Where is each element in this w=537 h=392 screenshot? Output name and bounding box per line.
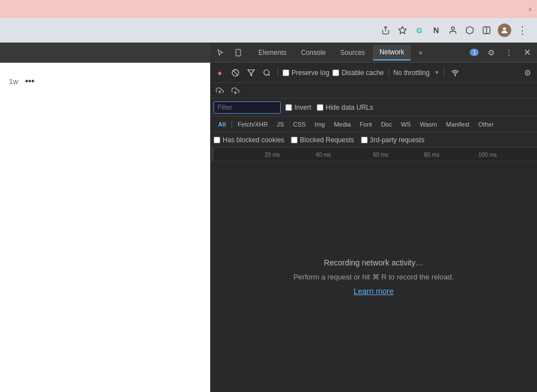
- search-button[interactable]: [261, 67, 273, 79]
- content-more-button[interactable]: •••: [25, 76, 35, 86]
- download-icon[interactable]: [229, 85, 242, 97]
- tab-sources[interactable]: Sources: [334, 45, 372, 60]
- learn-more-link[interactable]: Learn more: [354, 287, 394, 296]
- avatar[interactable]: [498, 24, 511, 37]
- blocked-cookies-checkbox[interactable]: Has blocked cookies: [214, 136, 284, 144]
- disable-cache-checkbox[interactable]: Disable cache: [332, 69, 383, 77]
- devtools-settings-icon[interactable]: ⚙: [483, 45, 499, 60]
- bookmark-icon[interactable]: [397, 25, 408, 36]
- type-filter-font[interactable]: Font: [355, 119, 377, 129]
- timeline-mark-100ms: 100 ms: [478, 151, 497, 157]
- timeline-header: 20 ms 40 ms 60 ms 80 ms 100 ms: [210, 148, 537, 161]
- filter-bar: Invert Hide data URLs: [210, 99, 537, 116]
- invert-checkbox[interactable]: Invert: [285, 104, 311, 111]
- extensions-icon[interactable]: [464, 25, 475, 36]
- preserve-log-checkbox[interactable]: Preserve log: [283, 69, 329, 77]
- devtools-right-controls: 1 ⚙ ⋮ ✕: [470, 45, 535, 60]
- network-recording-title: Recording network activity…: [324, 258, 423, 267]
- network-settings-icon[interactable]: ⚙: [521, 67, 534, 79]
- network-toolbar: ●: [210, 63, 537, 83]
- throttle-dropdown-icon[interactable]: ▼: [434, 69, 439, 76]
- browser-toolbar: G N: [0, 18, 537, 43]
- tab-more[interactable]: »: [412, 45, 429, 60]
- timeline-marks: 20 ms 40 ms 60 ms 80 ms 100 ms: [214, 148, 533, 161]
- type-filter-img[interactable]: Img: [310, 119, 329, 129]
- type-filter-all[interactable]: All: [214, 119, 230, 129]
- tab-elements[interactable]: Elements: [252, 45, 293, 60]
- svg-point-11: [264, 69, 269, 74]
- filter-input[interactable]: [214, 101, 281, 114]
- toolbar-icons: G N: [380, 24, 533, 37]
- devtools-badge: 1: [470, 49, 479, 56]
- blocked-requests-checkbox[interactable]: Blocked Requests: [291, 136, 354, 144]
- third-party-checkbox[interactable]: 3rd-party requests: [361, 136, 424, 144]
- hide-data-urls-checkbox[interactable]: Hide data URLs: [317, 104, 373, 111]
- timeline-mark-80ms: 80 ms: [424, 151, 439, 157]
- svg-point-2: [451, 27, 454, 30]
- svg-rect-6: [236, 49, 240, 56]
- share-icon[interactable]: [380, 25, 391, 36]
- devtools-more-icon[interactable]: ⋮: [501, 45, 517, 60]
- grammarly-icon[interactable]: G: [414, 25, 425, 36]
- timeline-mark-20ms: 20 ms: [265, 151, 280, 157]
- type-filter-fetch-xhr[interactable]: Fetch/XHR: [233, 119, 272, 129]
- type-filter-media[interactable]: Media: [330, 119, 355, 129]
- tab-console[interactable]: Console: [294, 45, 332, 60]
- network-empty-state: Recording network activity… Perform a re…: [210, 161, 537, 392]
- type-filter-manifest[interactable]: Manifest: [442, 119, 474, 129]
- content-time: 1w: [9, 77, 18, 86]
- upload-icon[interactable]: [214, 85, 226, 97]
- clear-button[interactable]: [229, 67, 242, 79]
- webpage-area: 1w •••: [0, 43, 210, 392]
- svg-line-12: [268, 74, 270, 76]
- svg-marker-1: [399, 26, 406, 34]
- svg-line-9: [233, 70, 238, 74]
- devtools-close-button[interactable]: ✕: [519, 45, 535, 60]
- chrome-window: › G N: [0, 0, 537, 392]
- filter-requests-button[interactable]: [245, 67, 257, 79]
- devtools-panel: Elements Console Sources Network » 1 ⚙: [210, 43, 537, 392]
- svg-point-5: [503, 27, 506, 30]
- wifi-icon[interactable]: [449, 67, 461, 79]
- type-filter-other[interactable]: Other: [474, 119, 498, 129]
- type-filter-wasm[interactable]: Wasm: [415, 119, 442, 129]
- svg-point-13: [455, 75, 456, 76]
- notion-icon[interactable]: N: [430, 25, 442, 36]
- timeline-mark-60ms: 60 ms: [373, 151, 388, 157]
- split-view-icon[interactable]: [481, 25, 492, 36]
- webpage-top-bar: [0, 43, 210, 63]
- devtools-tab-bar: Elements Console Sources Network » 1 ⚙: [210, 43, 537, 63]
- top-bar: ›: [0, 0, 537, 18]
- type-filter-ws[interactable]: WS: [396, 119, 415, 129]
- type-filter-css[interactable]: CSS: [289, 119, 311, 129]
- content-item: 1w •••: [9, 72, 201, 91]
- device-toolbar-icon[interactable]: [230, 45, 246, 60]
- record-button[interactable]: ●: [214, 67, 226, 79]
- chevron-icon[interactable]: ›: [529, 4, 531, 13]
- tab-network[interactable]: Network: [373, 45, 411, 60]
- webpage-content: 1w •••: [0, 63, 210, 392]
- timeline-mark-40ms: 40 ms: [316, 151, 331, 157]
- type-filter-bar: All Fetch/XHR JS CSS Img Media Font Doc …: [210, 116, 537, 132]
- user-profile-icon[interactable]: [447, 25, 459, 36]
- devtools-mode-icons: [212, 45, 246, 60]
- main-area: 1w •••: [0, 43, 537, 392]
- network-toolbar2: [210, 83, 537, 99]
- filter-checkbox-group: Invert Hide data URLs: [285, 104, 373, 111]
- inspect-element-icon[interactable]: [212, 45, 228, 60]
- type-filter-doc[interactable]: Doc: [377, 119, 397, 129]
- checkbox-filter-bar: Has blocked cookies Blocked Requests 3rd…: [210, 132, 537, 148]
- svg-marker-10: [248, 69, 254, 76]
- chrome-menu-icon[interactable]: ⋮: [517, 25, 528, 36]
- type-filter-js[interactable]: JS: [272, 119, 289, 129]
- network-recording-subtitle: Perform a request or hit ⌘ R to record t…: [293, 273, 453, 281]
- throttle-selector[interactable]: No throttling: [394, 69, 430, 77]
